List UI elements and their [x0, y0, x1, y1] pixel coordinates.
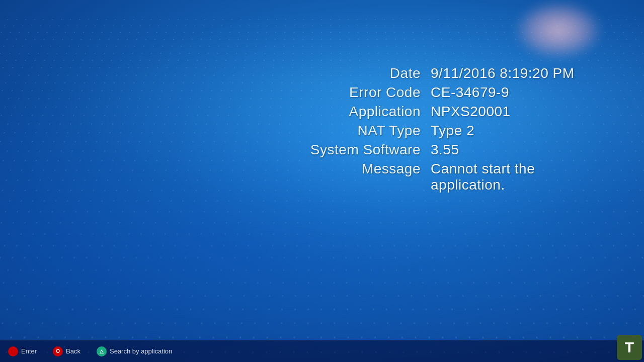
nav-label-enter: Enter — [21, 347, 37, 355]
info-value: Type 2 — [431, 123, 474, 139]
info-label: System Software — [290, 142, 431, 158]
info-row: MessageCannot start the application. — [290, 161, 612, 193]
info-label: NAT Type — [290, 123, 431, 139]
info-row: NAT TypeType 2 — [290, 123, 612, 139]
info-row: Error CodeCE-34679-9 — [290, 84, 612, 101]
info-value: CE-34679-9 — [431, 84, 509, 101]
nav-btn-search: △ — [97, 346, 107, 356]
nav-label-back: Back — [66, 347, 80, 355]
info-value: 9/11/2016 8:19:20 PM — [431, 65, 575, 81]
info-label: Message — [290, 161, 431, 177]
info-value: Cannot start the application. — [431, 161, 612, 193]
info-value: 3.55 — [431, 142, 459, 158]
twitch-logo: T — [617, 335, 642, 360]
info-value: NPXS20001 — [431, 104, 511, 120]
nav-bar: EnterOBack△Search by application — [0, 340, 644, 362]
nav-item-search[interactable]: △Search by application — [97, 346, 172, 356]
highlight-glow — [513, 0, 604, 60]
nav-btn-enter — [8, 346, 18, 356]
nav-item-back[interactable]: OBack — [53, 346, 80, 356]
nav-label-search: Search by application — [110, 347, 172, 355]
info-row: ApplicationNPXS20001 — [290, 104, 612, 120]
error-info-table: Date9/11/2016 8:19:20 PMError CodeCE-346… — [290, 65, 612, 196]
nav-btn-back: O — [53, 346, 63, 356]
info-label: Date — [290, 65, 431, 81]
info-label: Error Code — [290, 84, 431, 101]
info-row: System Software3.55 — [290, 142, 612, 158]
info-row: Date9/11/2016 8:19:20 PM — [290, 65, 612, 81]
nav-item-enter[interactable]: Enter — [8, 346, 37, 356]
info-label: Application — [290, 104, 431, 120]
